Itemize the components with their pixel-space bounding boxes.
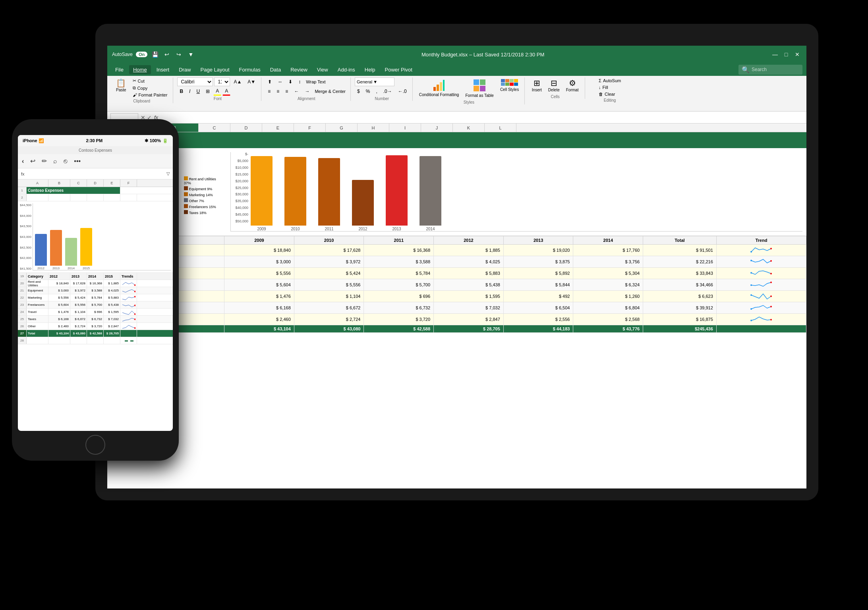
phone-cell[interactable]	[120, 194, 137, 201]
phone-cell-trend[interactable]	[120, 316, 137, 322]
phone-cell[interactable]: $ 1,595	[104, 309, 120, 315]
phone-cell[interactable]: $ 5,556	[48, 294, 70, 301]
currency-button[interactable]: $	[355, 87, 362, 96]
customize-icon[interactable]: ▼	[186, 50, 195, 59]
autosave-badge[interactable]: On	[136, 52, 147, 57]
menu-power-pivot[interactable]: Power Pivot	[381, 65, 416, 74]
phone-cell[interactable]: $ 2,724	[70, 323, 87, 330]
table-row[interactable]: Equipment $ 3,000$ 3,972$ 3,588$ 4,025$ …	[108, 256, 806, 268]
phone-cell[interactable]	[104, 337, 120, 344]
table-row[interactable]: 23 Freelancers $ 5,604 $ 5,556 $ 5,700 $…	[18, 301, 173, 309]
phone-cell[interactable]: Taxes	[27, 316, 48, 322]
phone-cell[interactable]	[27, 194, 48, 201]
phone-cell[interactable]: $ 28,705	[104, 330, 120, 337]
align-bottom-button[interactable]: ⬇	[286, 77, 295, 86]
phone-cell[interactable]: $ 3,720	[87, 323, 104, 330]
phone-cell[interactable]: $ 6,672	[70, 316, 87, 322]
phone-cell-expenses-title[interactable]: Contoso Expenses	[27, 187, 120, 194]
phone-cell-trend[interactable]	[120, 294, 137, 301]
minimize-icon[interactable]: —	[771, 50, 779, 59]
col-header-l[interactable]: L	[485, 124, 516, 132]
table-row[interactable]: 27 Total $ 43,104 $ 43,080 $ 42,588 $ 28…	[18, 330, 173, 337]
menu-formulas[interactable]: Formulas	[235, 65, 265, 74]
table-row[interactable]: 20 Rent and Utilities $ 18,840 $ 17,628 …	[18, 280, 173, 287]
col-header-d[interactable]: D	[230, 124, 262, 132]
menu-file[interactable]: File	[111, 65, 128, 74]
menu-home[interactable]: Home	[129, 65, 151, 74]
phone-cell[interactable]	[87, 194, 104, 201]
percent-button[interactable]: %	[363, 87, 373, 96]
col-header-k[interactable]: K	[453, 124, 485, 132]
table-row[interactable]: 24 Travel $ 1,476 $ 1,104 $ 696 $ 1,595	[18, 309, 173, 316]
table-row[interactable]: 1 Contoso Expenses	[18, 187, 173, 194]
phone-cell[interactable]: $ 696	[87, 309, 104, 315]
increase-decimal-button[interactable]: .0→	[381, 87, 394, 96]
table-row[interactable]: 19 Category 2012 2013 2014 2015 Trends	[18, 273, 173, 280]
menu-view[interactable]: View	[313, 65, 332, 74]
conditional-formatting-button[interactable]: Conditional Formatting	[417, 77, 462, 98]
phone-cell-2012-hdr[interactable]: 2012	[48, 273, 70, 280]
format-button[interactable]: ⚙ Format	[564, 77, 581, 94]
save-icon[interactable]: 💾	[151, 50, 159, 59]
merge-center-button[interactable]: Merge & Center	[313, 88, 347, 95]
table-row[interactable]: 2	[18, 194, 173, 201]
phone-cell[interactable]: $ 3,972	[70, 287, 87, 294]
font-size-select[interactable]: 11	[214, 77, 230, 86]
phone-cell[interactable]	[104, 194, 120, 201]
phone-col-c[interactable]: C	[70, 180, 87, 187]
cell-styles-button[interactable]: Cell Styles	[498, 77, 521, 93]
col-header-i[interactable]: I	[389, 124, 421, 132]
formula-input[interactable]	[160, 114, 803, 121]
phone-search-icon[interactable]: ⌕	[53, 158, 57, 165]
format-painter-button[interactable]: 🖌 Format Painter	[130, 92, 170, 98]
phone-undo-icon[interactable]: ↩	[30, 157, 35, 165]
table-row[interactable]: Marketing $ 5,556$ 5,424$ 5,784$ 5,883$ …	[108, 268, 806, 279]
phone-sheet[interactable]: A B C D E F 1 Contoso Expenses 2	[18, 180, 173, 431]
text-direction-button[interactable]: ↕	[296, 77, 303, 86]
maximize-icon[interactable]: □	[782, 50, 791, 59]
phone-cell[interactable]	[70, 194, 87, 201]
phone-cell[interactable]: $ 5,604	[48, 301, 70, 308]
insert-button[interactable]: ⊞ Insert	[530, 77, 544, 94]
phone-cell-2015-hdr[interactable]: 2015	[104, 273, 120, 280]
phone-cell-trend[interactable]	[120, 323, 137, 330]
search-box[interactable]: 🔍	[738, 65, 802, 75]
phone-cell-trend[interactable]	[120, 309, 137, 315]
phone-cell[interactable]	[27, 337, 48, 344]
phone-col-d[interactable]: D	[87, 180, 104, 187]
copy-button[interactable]: ⧉ Copy	[130, 85, 170, 91]
phone-cell-trend[interactable]	[120, 280, 137, 287]
decrease-font-button[interactable]: A▼	[245, 77, 258, 86]
phone-cell[interactable]	[120, 337, 137, 344]
col-header-f[interactable]: F	[294, 124, 326, 132]
number-format-select[interactable]: General ▼	[355, 77, 394, 86]
phone-cell[interactable]: $ 17,628	[70, 280, 87, 287]
phone-cell[interactable]: Total	[27, 330, 48, 337]
phone-cell[interactable]: $ 3,588	[87, 287, 104, 294]
phone-cell[interactable]: Freelancers	[27, 301, 48, 308]
col-header-e[interactable]: E	[262, 124, 294, 132]
phone-cell[interactable]: $ 43,104	[48, 330, 70, 337]
phone-cell-trend[interactable]	[120, 287, 137, 294]
phone-col-b[interactable]: B	[48, 180, 70, 187]
indent-dec-button[interactable]: ←	[292, 87, 301, 96]
table-row-total[interactable]: Total $ 43,104$ 43,080$ 42,588$ 28,705$ …	[108, 325, 806, 333]
align-right-button[interactable]: ≡	[283, 87, 290, 96]
phone-cell[interactable]	[48, 194, 70, 201]
phone-cell[interactable]: Other	[27, 323, 48, 330]
phone-cell[interactable]: $ 16,368	[87, 280, 104, 287]
redo-icon[interactable]: ↪	[174, 50, 183, 59]
phone-cell[interactable]: $ 5,424	[70, 294, 87, 301]
phone-col-f[interactable]: F	[120, 180, 137, 187]
phone-cell[interactable]: $ 7,032	[104, 316, 120, 322]
table-row[interactable]: Rent and Utilities $ 18,840 $ 17,628 $ 1…	[108, 245, 806, 256]
table-row[interactable]: 28	[18, 337, 173, 344]
bold-button[interactable]: B	[177, 87, 186, 96]
table-row[interactable]: 25 Taxes $ 6,168 $ 6,672 $ 6,732 $ 7,032	[18, 316, 173, 323]
underline-button[interactable]: U	[194, 87, 202, 96]
phone-back-button[interactable]: ‹	[22, 158, 24, 165]
font-name-select[interactable]: Calibri	[177, 77, 213, 86]
decrease-decimal-button[interactable]: ←.0	[396, 87, 409, 96]
phone-cell[interactable]: Equipment	[27, 287, 48, 294]
phone-cell[interactable]: $ 5,438	[104, 301, 120, 308]
